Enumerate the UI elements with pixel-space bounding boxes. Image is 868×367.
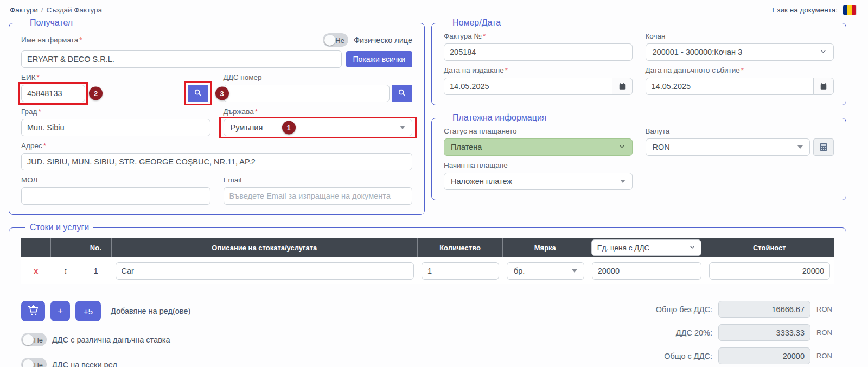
city-label: Град*: [21, 107, 210, 116]
email-input[interactable]: [224, 187, 413, 205]
item-quantity-input[interactable]: [422, 262, 499, 280]
romanian-flag-icon[interactable]: [843, 5, 856, 15]
unit-price-mode-select[interactable]: Ед. цена с ДДС: [591, 239, 701, 256]
city-input[interactable]: [21, 119, 210, 136]
chevron-down-icon: [572, 269, 577, 273]
item-total-input[interactable]: [709, 262, 830, 280]
annotation-badge-3: 3: [215, 87, 229, 100]
issue-date-label: Дата на издаване*: [444, 66, 633, 74]
col-unit: Мярка: [503, 238, 588, 257]
search-icon: [194, 88, 202, 99]
grand-total-currency: RON: [816, 352, 834, 360]
payment-method-label: Начин на плащане: [444, 161, 633, 169]
col-move: [51, 238, 81, 257]
country-select[interactable]: Румъния: [224, 119, 413, 136]
currency-select[interactable]: RON: [646, 138, 810, 156]
totals-block: Общо без ДДС: 16666.67 RON ДДС 20%: 3333…: [647, 301, 834, 367]
chevron-down-icon: [820, 48, 827, 56]
add-product-from-catalog-button[interactable]: [21, 301, 45, 321]
address-label: Адрес*: [21, 142, 412, 150]
invoice-number-label: Фактура №*: [444, 32, 633, 40]
add-five-rows-button[interactable]: +5: [75, 301, 101, 321]
recipient-legend: Получател: [25, 18, 77, 28]
toggle-knob: [23, 359, 34, 367]
item-unit-select[interactable]: бр.: [507, 262, 584, 280]
required-marker: *: [741, 66, 744, 74]
vat-search-button[interactable]: [392, 85, 412, 102]
annotation-badge-1: 1: [282, 121, 296, 135]
payment-info-legend: Платежна информация: [448, 113, 551, 123]
mol-label: МОЛ: [21, 176, 210, 184]
vat-per-row-toggle[interactable]: Не: [21, 358, 47, 367]
vat-number-input[interactable]: [224, 85, 390, 102]
breadcrumb-separator: /: [41, 6, 43, 14]
individual-person-label: Физическо лице: [354, 36, 412, 45]
items-section: Стоки и услуги No. Описание на стоката/у…: [9, 223, 846, 367]
mol-input[interactable]: [21, 187, 210, 205]
breadcrumb-invoices-link[interactable]: Фактури: [10, 6, 38, 14]
individual-person-toggle[interactable]: Не: [323, 33, 348, 47]
grand-total-value: 20000: [718, 347, 810, 364]
vat-amount-label: ДДС 20%:: [676, 328, 712, 337]
subtotal-currency: RON: [816, 305, 834, 313]
chevron-down-icon: [400, 126, 405, 129]
annotation-badge-2: 2: [89, 87, 103, 100]
toggle-knob: [23, 334, 34, 345]
item-description-input[interactable]: [116, 262, 414, 280]
calendar-icon[interactable]: [813, 78, 834, 95]
tax-event-date-input[interactable]: [646, 78, 814, 95]
items-legend: Стоки и услуги: [25, 223, 93, 232]
subtotal-label: Общо без ДДС:: [656, 305, 712, 314]
calculator-icon[interactable]: [813, 138, 834, 156]
vat-different-rate-toggle[interactable]: Не: [21, 333, 47, 346]
payment-status-select[interactable]: Платена: [444, 138, 633, 156]
col-description: Описание на стоката/услугата: [112, 238, 418, 257]
add-row-button[interactable]: +: [50, 301, 70, 321]
document-language-label: Език на документа:: [772, 6, 838, 14]
currency-label: Валута: [646, 127, 834, 135]
vat-number-label: ДДС номер: [224, 73, 413, 81]
payment-info-section: Платежна информация Статус на плащането …: [431, 113, 846, 200]
subtotal-value: 16666.67: [718, 301, 810, 318]
calendar-icon[interactable]: [612, 78, 633, 95]
chevron-down-icon: [797, 145, 803, 149]
delete-row-icon[interactable]: x: [34, 266, 38, 275]
country-label: Държава*: [224, 107, 413, 116]
payment-method-select[interactable]: Наложен платеж: [444, 173, 633, 190]
invoice-number-input[interactable]: [444, 43, 633, 61]
email-label: Email: [224, 176, 413, 184]
vat-per-row-label: ДДС на всеки ред: [52, 360, 117, 367]
breadcrumb: Фактури/Създай Фактура: [10, 6, 102, 14]
eik-search-button[interactable]: [188, 85, 208, 102]
col-no: No.: [80, 238, 112, 257]
number-date-section: Номер/Дата Фактура №* Кочан 200001 - 300…: [431, 18, 846, 105]
item-unit-price-input[interactable]: [592, 262, 701, 280]
item-row: x ↕ 1 бр.: [21, 257, 834, 284]
required-marker: *: [79, 36, 82, 44]
search-icon: [398, 88, 406, 99]
address-input[interactable]: [21, 153, 412, 170]
add-rows-label: Добавяне на ред(ове): [111, 307, 190, 315]
required-marker: *: [255, 107, 258, 116]
required-marker: *: [505, 66, 508, 74]
issue-date-input[interactable]: [444, 78, 612, 95]
col-unit-price: Ед. цена с ДДС: [588, 238, 705, 257]
chevron-down-icon: [689, 244, 695, 252]
required-marker: *: [38, 107, 41, 116]
show-all-button[interactable]: Покажи всички: [346, 51, 412, 67]
chevron-down-icon: [620, 180, 626, 183]
required-marker: *: [43, 142, 46, 150]
eik-input[interactable]: [21, 85, 85, 102]
kochan-select[interactable]: 200001 - 300000:Кочан 3: [646, 43, 834, 61]
vat-amount-value: 3333.33: [718, 324, 810, 341]
number-date-legend: Номер/Дата: [448, 18, 505, 28]
required-marker: *: [37, 73, 40, 81]
col-delete: [21, 238, 51, 257]
eik-label: ЕИК*: [21, 73, 210, 81]
row-number: 1: [94, 266, 98, 275]
required-marker: *: [483, 32, 486, 40]
move-row-icon[interactable]: ↕: [63, 266, 68, 275]
kochan-label: Кочан: [646, 32, 834, 40]
company-name-input[interactable]: [21, 50, 342, 68]
company-name-label: Име на фирмата*: [21, 36, 82, 44]
